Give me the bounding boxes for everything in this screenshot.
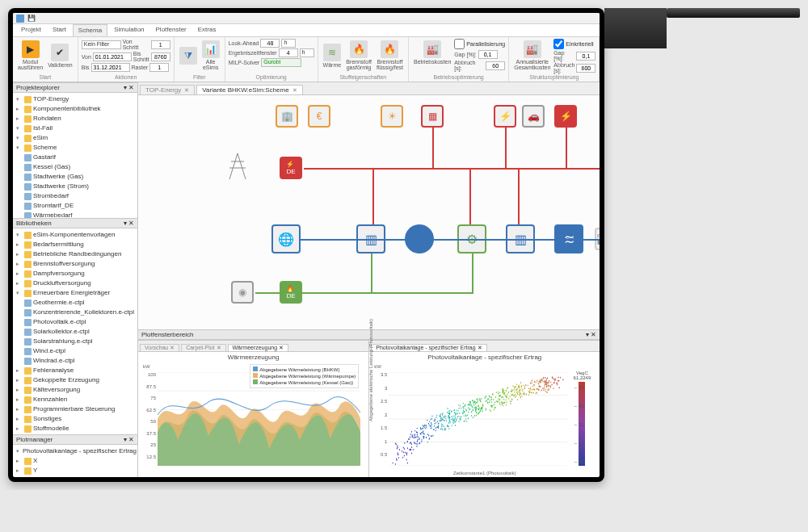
gap-input[interactable] (478, 50, 498, 59)
tree-node[interactable]: ▸Komponentenbibliothek (15, 104, 136, 114)
scheme-canvas[interactable]: 🏢 € ☀ ▦ ⚡ 🚗 ⚡ 📈 📈 📉 ⚡DE ⚡ 🌐 ▥ (138, 95, 600, 329)
lookahead-unit[interactable]: h (281, 39, 296, 48)
to-date-input[interactable] (91, 63, 130, 72)
fuel-solid-button[interactable]: 🔥Brennstoff flüssig/fest (375, 39, 405, 72)
tree-node[interactable]: ▾eSim-Komponentenvorlagen (15, 230, 136, 240)
struct-gap-input[interactable] (576, 52, 595, 61)
block-pv-icon[interactable]: ▦ (421, 105, 444, 128)
block-sun-icon[interactable]: ☀ (381, 105, 403, 128)
tree-node[interactable]: Geothermie.e-ctpl (15, 298, 136, 308)
tree-node[interactable]: ▸Y (15, 466, 136, 475)
panel-pin-icon[interactable]: ▾ ✕ (124, 220, 134, 227)
tree-node[interactable]: Solarstrahlung.e-ctpl (15, 337, 136, 346)
area-chart[interactable]: kW Abgegebene Wärmeleistung (BHKW)Abgege… (143, 364, 364, 474)
annualized-cost-button[interactable]: 🏭Annualisierte Gesamtkosten (512, 39, 552, 72)
tree-node[interactable]: Photovoltaik.e-ctpl (15, 317, 136, 327)
panel-pin-icon[interactable]: ▾ ✕ (586, 331, 596, 338)
block-ev-icon[interactable]: 🚗 (522, 105, 545, 128)
menu-tab-start[interactable]: Start (48, 24, 71, 36)
project-explorer-tree[interactable]: ▾TOP-Energy▸Komponentenbibliothek▸Rohdat… (13, 93, 137, 218)
tree-node[interactable]: Strombedarf (15, 191, 136, 201)
tree-node[interactable]: Solarkollektor.e-ctpl (15, 327, 136, 337)
panel-pin-icon[interactable]: ▾ ✕ (124, 436, 134, 443)
struct-abort-input[interactable] (576, 64, 595, 73)
document-tab[interactable]: TOP-Energy✕ (140, 85, 195, 94)
tree-node[interactable]: Stromtarif_DE (15, 201, 136, 211)
tree-node[interactable]: Gastarif (15, 153, 136, 162)
raster-input[interactable] (149, 63, 169, 72)
tree-node[interactable]: ▸Betriebliche Randbedingungen (15, 249, 136, 259)
tree-node[interactable]: ▾Ist-Fall (15, 124, 136, 133)
plotmanager-tree[interactable]: ▾Photovoltaikanlage - spezifischer Ertra… (13, 445, 137, 477)
tree-node[interactable]: ▸Gekoppelte Erzeugung (15, 375, 136, 385)
tree-node[interactable]: ▸X (15, 456, 136, 466)
library-tree[interactable]: ▾eSim-Komponentenvorlagen▸Bedarfsermittl… (13, 228, 137, 434)
tree-node[interactable]: ▸Dampfversorgung (15, 269, 136, 279)
tree-node[interactable]: ▸Sonstiges (15, 414, 136, 424)
tree-node[interactable]: Stadtwerke (Gas) (15, 172, 136, 182)
abort-input[interactable] (486, 61, 505, 70)
menu-tab-projekt[interactable]: Projekt (16, 24, 46, 36)
lookahead-input[interactable] (260, 39, 280, 48)
block-globe-icon[interactable]: 🌐 (271, 224, 301, 253)
tree-node[interactable]: ▸Bedarfsermittlung (15, 240, 136, 249)
block-pylon-icon[interactable] (223, 152, 252, 181)
filter-icon-button[interactable]: ⧩ (178, 45, 199, 66)
heat-button[interactable]: ≋Wärme (322, 42, 343, 69)
close-icon[interactable]: ✕ (478, 345, 482, 350)
plot-tab[interactable]: Photovoltaikanlage - spezifischer Ertrag… (371, 344, 486, 351)
tree-node[interactable]: ▸Rohdaten (15, 114, 136, 124)
tree-node[interactable]: Windrad.e-ctpl (15, 356, 136, 366)
plot-tab[interactable]: Vorschau ✕ (140, 344, 179, 351)
tree-node[interactable]: ▸Brennstoffversorgung (15, 259, 136, 269)
to-step-input[interactable] (151, 52, 170, 61)
scatter-chart[interactable]: kW VegC 61,2249 – 55– 45– 35– 25– 15 3.5… (374, 364, 595, 474)
menu-tab-plotfenster[interactable]: Plotfenster (151, 24, 191, 36)
block-euro-icon[interactable]: € (308, 105, 330, 128)
tree-node[interactable]: ▾Photovoltaikanlage - spezifischer Ertra… (15, 446, 136, 456)
menu-tab-schema[interactable]: Schema (73, 24, 107, 36)
qat-save-icon[interactable]: 💾 (27, 15, 36, 22)
filter-dropdown[interactable]: Kein Filter (82, 40, 121, 49)
tree-node[interactable]: Wärmebedarf (15, 211, 136, 218)
tree-node[interactable]: ▾Scheme (15, 143, 136, 153)
block-charger-icon[interactable]: ⚡ (494, 105, 516, 128)
result-window-unit[interactable]: h (300, 48, 314, 57)
result-window-input[interactable] (279, 48, 298, 57)
block-gas-source-icon[interactable]: ◉ (231, 281, 254, 304)
tree-node[interactable]: ▸Kälteversorgung (15, 385, 136, 395)
block-building-icon[interactable]: 🏢 (276, 105, 298, 128)
solver-dropdown[interactable]: Gurobi (261, 58, 301, 67)
tree-node[interactable]: ▸Druckluftversorgung (15, 279, 136, 288)
panel-pin-icon[interactable]: ▾ ✕ (124, 84, 134, 91)
plot-tab[interactable]: Wärmeerzeugung ✕ (228, 344, 289, 351)
from-step-input[interactable] (151, 40, 170, 49)
menu-tab-extras[interactable]: Extras (193, 24, 221, 36)
operating-cost-button[interactable]: 🏭Betriebskosten (412, 39, 452, 66)
all-esims-button[interactable]: 📊Alle eSims (200, 39, 221, 72)
block-grid-de-icon[interactable]: ⚡DE (280, 157, 302, 179)
parallel-checkbox[interactable]: Parallelisierung (454, 39, 505, 49)
from-date-input[interactable] (93, 52, 132, 61)
close-icon[interactable]: ✕ (217, 345, 221, 350)
tree-node[interactable]: ▸Fehleranalyse (15, 366, 136, 375)
tree-node[interactable]: Wind.e-ctpl (15, 346, 136, 356)
validate-button[interactable]: ✔ Validieren (46, 42, 74, 69)
close-icon[interactable]: ✕ (292, 87, 297, 94)
tree-node[interactable]: ▸Programmierbare Steuerung (15, 404, 136, 414)
close-icon[interactable]: ✕ (279, 345, 284, 350)
document-tab[interactable]: Variante BHKW:eSim:Scheme✕ (196, 85, 302, 94)
run-module-button[interactable]: ▶ Modul ausführen (16, 39, 44, 72)
close-icon[interactable]: ✕ (184, 87, 189, 94)
tree-node[interactable]: Stadtwerke (Strom) (15, 182, 136, 191)
tree-node[interactable]: Kessel (Gas) (15, 162, 136, 172)
close-icon[interactable]: ✕ (170, 345, 175, 350)
tree-node[interactable]: ▾TOP-Energy (15, 94, 136, 104)
block-bolt-icon[interactable]: ⚡ (554, 105, 577, 128)
tree-node[interactable]: ▾Erneuerbare Energieträger (15, 288, 136, 298)
menu-tab-simulation[interactable]: Simulation (109, 24, 149, 36)
plot-tab[interactable]: Carpet-Plot ✕ (181, 344, 225, 351)
tree-node[interactable]: Konzentrierende_Kollektoren.e-ctpl (15, 308, 136, 317)
tree-node[interactable]: ▸Stoffmodelle (15, 424, 136, 434)
single-criteria-checkbox[interactable]: Einkriteriell (553, 39, 595, 49)
